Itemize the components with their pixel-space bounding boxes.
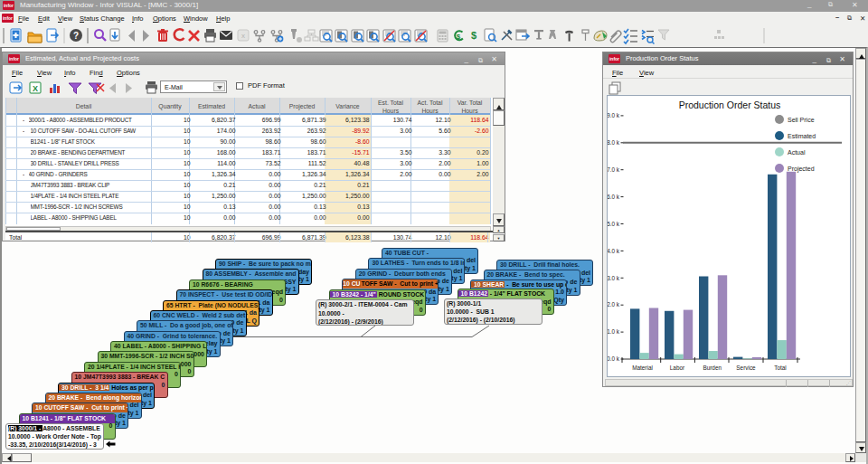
svg-text:0.0 k: 0.0 k [608,355,620,362]
svg-text:5.0 k: 5.0 k [608,221,620,227]
svg-text:Material: Material [632,365,653,371]
svg-text:$: $ [457,33,461,41]
svg-text:8.0 k: 8.0 k [608,139,620,146]
svg-text:6.0 k: 6.0 k [608,194,620,200]
svg-text:Estimated: Estimated [788,133,816,139]
svg-text:?: ? [73,31,79,41]
svg-text:Total: Total [774,365,787,371]
svg-text:9.0 k: 9.0 k [608,112,620,118]
svg-text:$: $ [471,30,476,41]
svg-text:2.0 k: 2.0 k [608,301,620,308]
svg-text:Labor: Labor [670,365,685,371]
svg-text:4.0 k: 4.0 k [608,248,620,254]
svg-text:7.0 k: 7.0 k [608,166,620,173]
svg-text:3.0 k: 3.0 k [608,275,620,281]
svg-text:Projected: Projected [788,166,815,173]
svg-text:Actual: Actual [788,149,806,156]
svg-text:Burden: Burden [703,365,722,371]
svg-text:X: X [33,84,38,93]
svg-text:x: x [241,32,245,40]
svg-text:Service: Service [736,365,756,371]
svg-text:1.0 k: 1.0 k [608,328,620,335]
svg-text:Sell Price: Sell Price [788,117,815,123]
